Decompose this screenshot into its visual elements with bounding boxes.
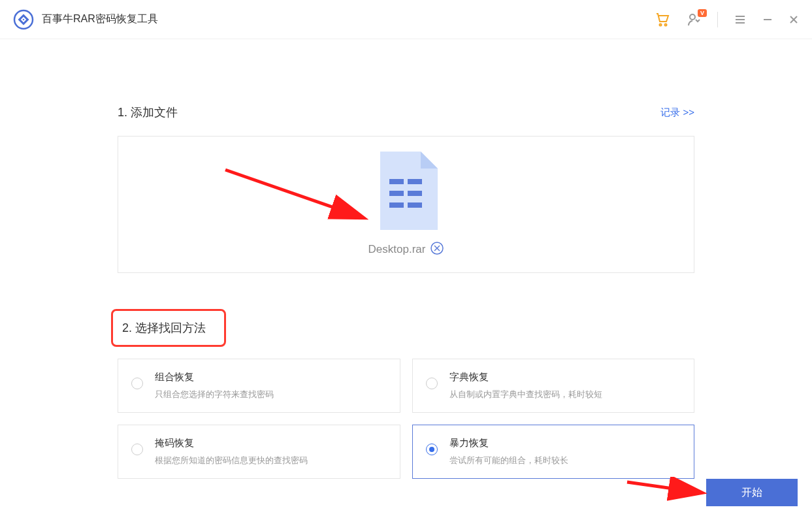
svg-rect-18	[408, 202, 422, 208]
method-desc: 尝试所有可能的组合，耗时较长	[449, 455, 681, 466]
records-link[interactable]: 记录 >>	[660, 106, 694, 119]
svg-rect-15	[389, 191, 404, 196]
svg-rect-17	[389, 202, 404, 208]
radio-icon	[426, 444, 438, 455]
section2-title-highlight: 2. 选择找回方法	[111, 309, 226, 347]
start-button[interactable]: 开始	[706, 479, 798, 506]
file-drop-area[interactable]: Desktop.rar	[118, 136, 694, 273]
method-mask[interactable]: 掩码恢复 根据您所知道的密码信息更快的查找密码	[118, 425, 400, 479]
close-icon[interactable]	[788, 14, 799, 25]
method-title: 字典恢复	[449, 371, 681, 383]
user-icon[interactable]: V	[686, 12, 702, 27]
section2-title: 2. 选择找回方法	[122, 320, 206, 336]
method-title: 掩码恢复	[155, 437, 387, 449]
cart-icon[interactable]	[655, 12, 670, 27]
method-combination[interactable]: 组合恢复 只组合您选择的字符来查找密码	[118, 359, 400, 413]
radio-icon	[131, 378, 143, 389]
app-title: 百事牛RAR密码恢复工具	[42, 12, 655, 26]
app-header: 百事牛RAR密码恢复工具 V	[0, 0, 812, 39]
svg-rect-16	[408, 191, 422, 196]
method-desc: 根据您所知道的密码信息更快的查找密码	[155, 455, 387, 466]
method-desc: 从自制或内置字典中查找密码，耗时较短	[449, 389, 681, 400]
menu-icon[interactable]	[734, 13, 747, 26]
svg-point-6	[690, 14, 695, 20]
section1-title: 1. 添加文件	[118, 105, 178, 120]
method-desc: 只组合您选择的字符来查找密码	[155, 389, 387, 400]
file-icon	[375, 152, 438, 233]
svg-point-5	[665, 24, 667, 25]
radio-icon	[426, 378, 438, 389]
file-name-row: Desktop.rar	[368, 242, 444, 257]
annotation-arrow-2	[624, 477, 709, 503]
method-dictionary[interactable]: 字典恢复 从自制或内置字典中查找密码，耗时较短	[412, 359, 695, 413]
header-actions: V	[655, 12, 799, 27]
app-logo	[13, 9, 34, 30]
file-name: Desktop.rar	[368, 243, 426, 256]
svg-rect-13	[389, 179, 404, 184]
method-bruteforce[interactable]: 暴力恢复 尝试所有可能的组合，耗时较长	[412, 425, 695, 479]
minimize-icon[interactable]	[762, 14, 773, 25]
main-content: 1. 添加文件 记录 >> Desktop.rar	[0, 39, 812, 479]
method-title: 组合恢复	[155, 371, 387, 383]
svg-line-23	[627, 482, 701, 493]
remove-file-icon[interactable]	[430, 242, 444, 257]
section1-header: 1. 添加文件 记录 >>	[118, 105, 694, 120]
radio-icon	[131, 444, 143, 455]
method-title: 暴力恢复	[449, 437, 681, 449]
divider	[717, 12, 718, 27]
svg-rect-14	[408, 179, 422, 184]
svg-point-4	[660, 24, 662, 25]
methods-grid: 组合恢复 只组合您选择的字符来查找密码 字典恢复 从自制或内置字典中查找密码，耗…	[118, 359, 694, 479]
user-badge: V	[698, 9, 707, 17]
